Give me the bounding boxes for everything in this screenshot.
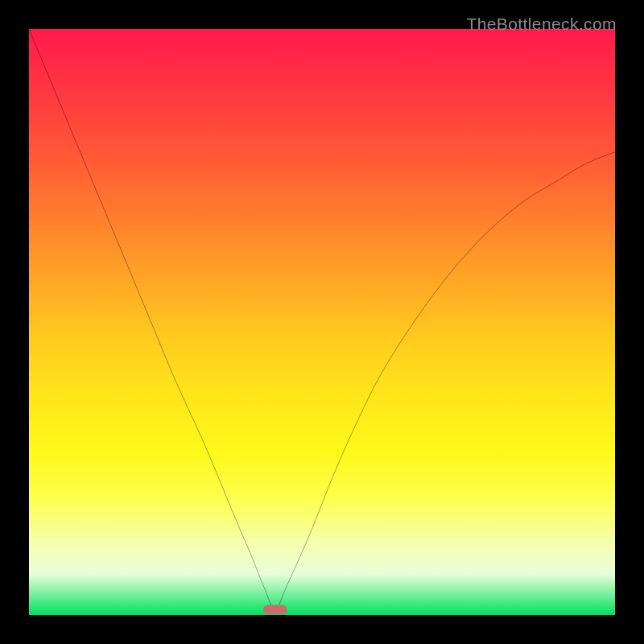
watermark-text: TheBottleneck.com [466,14,617,34]
minimum-marker [263,605,287,614]
bottleneck-curve [29,29,615,609]
chart-container: TheBottleneck.com [0,0,644,644]
curve-layer [29,29,615,615]
plot-area [29,29,615,615]
